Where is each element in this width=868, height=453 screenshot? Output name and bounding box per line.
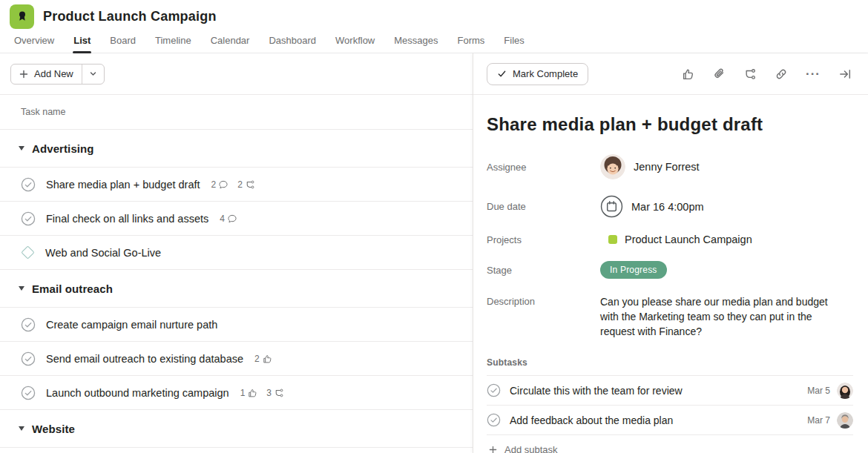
check-circle-icon[interactable]	[487, 413, 501, 427]
tab-forms[interactable]: Forms	[448, 35, 495, 53]
milestone-diamond-icon[interactable]	[21, 245, 34, 259]
main-area: Add New Task name Advertising	[0, 53, 868, 453]
plus-icon	[19, 70, 28, 79]
subtask-assignee-avatar[interactable]	[837, 383, 853, 399]
tab-workflow[interactable]: Workflow	[326, 35, 384, 53]
section-header-advertising[interactable]: Advertising	[0, 130, 473, 168]
subtask-title: Circulate this with the team for review	[510, 385, 683, 397]
project-name: Product Launch Campaign	[625, 234, 752, 245]
tab-board[interactable]: Board	[100, 35, 145, 53]
check-circle-icon[interactable]	[21, 351, 36, 366]
tab-files[interactable]: Files	[494, 35, 533, 53]
subtask-count-value: 2	[237, 179, 243, 190]
description-text[interactable]: Can you please share our media plan and …	[600, 294, 845, 339]
subtask-count-value: 3	[266, 388, 272, 398]
like-count: 1	[240, 388, 258, 398]
due-date-value[interactable]: Mar 16 4:00pm	[600, 195, 704, 218]
task-row[interactable]: Final check on all links and assets 4	[0, 202, 473, 236]
subtask-count: 3	[266, 388, 284, 398]
add-subtask-label: Add subtask	[504, 444, 558, 453]
comment-count: 4	[220, 214, 237, 224]
stage-label: Stage	[487, 265, 600, 276]
subtasks-heading: Subtasks	[487, 357, 853, 376]
subtask-count: 2	[237, 179, 255, 190]
thumbs-up-icon	[247, 388, 257, 398]
project-header: Product Launch Campaign	[0, 0, 868, 33]
check-circle-icon[interactable]	[21, 317, 36, 332]
projects-label: Projects	[487, 234, 600, 245]
task-row[interactable]: Send email outreach to existing database…	[0, 342, 473, 376]
collapse-caret-icon[interactable]	[19, 146, 24, 151]
detail-toolbar-icons: ···	[681, 67, 852, 81]
comment-icon	[218, 179, 228, 190]
add-subtask-button[interactable]: Add subtask	[487, 435, 853, 453]
subtasks-section: Subtasks Circulate this with the team fo…	[487, 357, 853, 453]
tab-dashboard[interactable]: Dashboard	[259, 35, 326, 53]
comment-count: 2	[211, 179, 229, 190]
attachment-icon[interactable]	[712, 67, 726, 81]
thumbs-up-icon[interactable]	[681, 67, 694, 81]
assignee-name: Jenny Forrest	[634, 161, 700, 173]
milestone-row[interactable]: Web and Social Go-Live	[0, 236, 473, 270]
chevron-down-icon	[89, 70, 97, 78]
task-detail-title[interactable]: Share media plan + budget draft	[487, 114, 853, 135]
add-new-dropdown-button[interactable]	[82, 65, 104, 84]
calendar-icon	[600, 195, 623, 218]
subtask-meta: Mar 5	[807, 383, 853, 399]
comment-icon	[227, 214, 237, 224]
task-list-panel: Add New Task name Advertising	[0, 53, 473, 453]
medal-icon	[15, 9, 30, 24]
assignee-avatar	[600, 154, 625, 179]
more-options-icon[interactable]: ···	[806, 67, 821, 80]
due-date-label: Due date	[487, 201, 600, 212]
task-meta: 2 2	[211, 179, 262, 190]
tab-bar: Overview List Board Timeline Calendar Da…	[0, 33, 868, 53]
check-circle-icon[interactable]	[21, 386, 36, 400]
stage-field: Stage In Progress	[487, 261, 853, 279]
collapse-caret-icon[interactable]	[19, 426, 24, 431]
tab-list[interactable]: List	[64, 35, 100, 53]
stage-value[interactable]: In Progress	[600, 261, 667, 279]
tab-timeline[interactable]: Timeline	[145, 35, 201, 53]
section-header-website[interactable]: Website	[0, 410, 473, 448]
check-icon	[497, 69, 507, 79]
collapse-panel-icon[interactable]	[838, 67, 852, 81]
task-row[interactable]: Launch outbound marketing campaign 1 3	[0, 376, 473, 410]
subtask-row[interactable]: Circulate this with the team for review …	[487, 376, 853, 406]
subtask-due-date: Mar 5	[807, 386, 830, 396]
task-name-column-label: Task name	[21, 107, 65, 117]
add-new-button-group: Add New	[10, 64, 105, 85]
tab-calendar[interactable]: Calendar	[201, 35, 260, 53]
subtask-due-date: Mar 7	[807, 415, 830, 426]
tab-messages[interactable]: Messages	[384, 35, 447, 53]
collapse-caret-icon[interactable]	[19, 286, 24, 291]
like-count-value: 2	[254, 354, 260, 364]
project-icon[interactable]	[10, 4, 34, 29]
check-circle-icon[interactable]	[21, 177, 36, 192]
tab-overview[interactable]: Overview	[4, 35, 64, 53]
app-window: Product Launch Campaign Overview List Bo…	[0, 0, 868, 453]
detail-toolbar: Mark Complete ···	[473, 53, 868, 95]
task-row[interactable]: Create campaign email nurture path	[0, 308, 473, 342]
subtask-title: Add feedback about the media plan	[510, 414, 673, 426]
section-header-email-outreach[interactable]: Email outreach	[0, 270, 473, 308]
mark-complete-button[interactable]: Mark Complete	[487, 63, 588, 85]
task-row[interactable]: Share media plan + budget draft 2 2	[0, 168, 473, 202]
add-new-button[interactable]: Add New	[11, 65, 82, 84]
comment-count-value: 2	[211, 179, 217, 190]
assignee-value[interactable]: Jenny Forrest	[600, 154, 700, 179]
comment-count-value: 4	[220, 214, 225, 224]
link-icon[interactable]	[775, 67, 788, 81]
projects-value[interactable]: Product Launch Campaign	[600, 234, 752, 245]
due-date-field: Due date Mar 16 4:00pm	[487, 195, 853, 218]
plus-icon	[489, 446, 497, 453]
list-column-header: Task name	[0, 95, 473, 130]
check-circle-icon[interactable]	[487, 383, 501, 397]
subtask-row[interactable]: Add feedback about the media plan Mar 7	[487, 406, 853, 435]
detail-body: Share media plan + budget draft Assignee…	[473, 95, 868, 453]
subtask-assignee-avatar[interactable]	[837, 412, 853, 429]
check-circle-icon[interactable]	[21, 211, 36, 226]
subtasks-icon[interactable]	[743, 67, 757, 81]
list-toolbar: Add New	[0, 53, 473, 95]
status-badge[interactable]: In Progress	[600, 261, 667, 279]
